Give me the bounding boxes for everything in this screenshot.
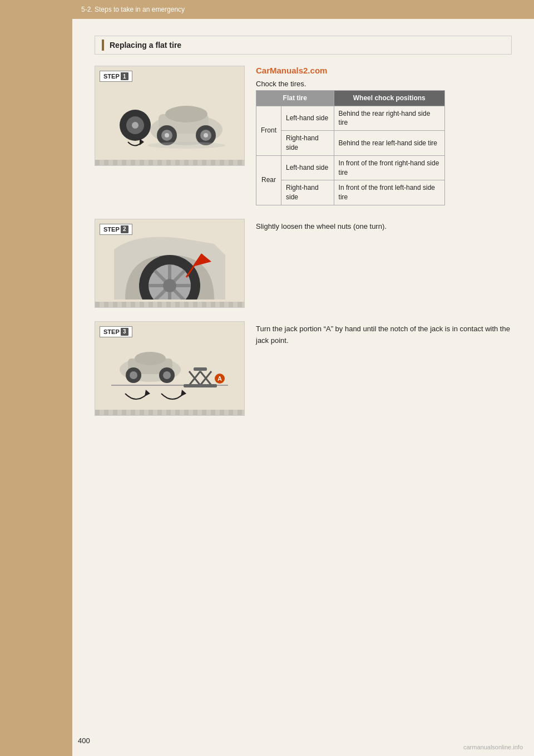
table-header-chock: Wheel chock positions	[334, 90, 444, 106]
svg-rect-35	[184, 384, 217, 387]
header-bar: 5-2. Steps to take in an emergency	[72, 0, 534, 19]
table-cell-front-left-chock: Behind the rear right-hand side tire	[334, 106, 444, 131]
left-sidebar	[0, 0, 72, 756]
step-2-left: STEP 2	[95, 219, 245, 308]
step-1-car-svg	[108, 80, 231, 152]
step-1-num: 1	[121, 72, 128, 80]
step-1-instruction: Chock the tires.	[256, 78, 512, 90]
table-cell-front-right-chock: Behind the rear left-hand side tire	[334, 131, 444, 156]
section-title-text: Replacing a flat tire	[110, 41, 181, 50]
svg-point-11	[132, 122, 139, 129]
steps-container: STEP 1	[95, 66, 512, 416]
table-cell-rear-left-side: Left-hand side	[281, 155, 334, 180]
table-header-flat-tire: Flat tire	[256, 90, 334, 106]
step-2-image-bar	[95, 302, 244, 307]
watermark[interactable]: CarManuals2.com	[256, 66, 512, 75]
table-cell-rear-left-chock: In front of the front right-hand side ti…	[334, 155, 444, 180]
svg-marker-40	[181, 390, 186, 396]
step-3-num: 3	[121, 328, 128, 336]
svg-point-2	[165, 106, 207, 122]
step-3-image: STEP 3	[95, 321, 245, 416]
page-number: 400	[78, 737, 90, 745]
step-1-image-bar	[95, 160, 244, 165]
chock-table: Flat tire Wheel chock positions Front Le…	[256, 90, 445, 205]
step-2-wheel-svg	[114, 227, 225, 300]
svg-point-8	[204, 133, 208, 138]
step-1-row: STEP 1	[95, 66, 512, 205]
step-3-instruction: Turn the jack portion “A” by hand until …	[256, 323, 512, 347]
step-1-right: CarManuals2.com Chock the tires. Flat ti…	[256, 66, 512, 205]
step-3-jack-svg: A	[111, 330, 228, 408]
step-1-left: STEP 1	[95, 66, 245, 166]
svg-point-27	[130, 371, 137, 379]
table-row: Right-hand side Behind the rear left-han…	[256, 131, 445, 156]
svg-text:A: A	[217, 375, 222, 382]
step-1-badge-label: STEP	[103, 73, 120, 80]
step-3-badge: STEP 3	[100, 326, 132, 337]
table-cell-front-right-side: Right-hand side	[281, 131, 334, 156]
svg-point-5	[165, 133, 169, 138]
main-content: 5-2. Steps to take in an emergency Repla…	[72, 0, 534, 756]
step-2-badge: STEP 2	[100, 224, 132, 235]
svg-marker-39	[145, 390, 150, 396]
table-cell-front-left-side: Left-hand side	[281, 106, 334, 131]
table-row: Right-hand side In front of the front le…	[256, 180, 445, 205]
table-cell-rear-right-side: Right-hand side	[281, 180, 334, 205]
step-2-instruction: Slightly loosen the wheel nuts (one turn…	[256, 221, 512, 233]
table-cell-front: Front	[256, 106, 281, 155]
svg-point-20	[163, 279, 176, 292]
footer-url: carmanualsonline.info	[463, 744, 523, 750]
step-1-badge: STEP 1	[100, 71, 132, 82]
breadcrumb: 5-2. Steps to take in an emergency	[81, 6, 185, 13]
step-3-image-bar	[95, 410, 244, 415]
step-1-image: STEP 1	[95, 66, 245, 166]
step-2-right: Slightly loosen the wheel nuts (one turn…	[256, 219, 512, 233]
svg-point-29	[163, 371, 171, 379]
svg-point-25	[135, 352, 166, 365]
step-2-badge-label: STEP	[103, 226, 120, 233]
step-2-num: 2	[121, 225, 128, 233]
svg-marker-12	[140, 139, 144, 145]
table-row: Rear Left-hand side In front of the fron…	[256, 155, 445, 180]
section-title-accent	[102, 40, 104, 51]
table-row: Front Left-hand side Behind the rear rig…	[256, 106, 445, 131]
svg-point-13	[147, 142, 225, 149]
table-cell-rear: Rear	[256, 155, 281, 205]
step-3-badge-label: STEP	[103, 328, 120, 335]
step-3-right: Turn the jack portion “A” by hand until …	[256, 321, 512, 347]
step-2-image: STEP 2	[95, 219, 245, 308]
step-3-left: STEP 3	[95, 321, 245, 416]
table-cell-rear-right-chock: In front of the front left-hand side tir…	[334, 180, 444, 205]
step-3-row: STEP 3	[95, 321, 512, 416]
step-2-row: STEP 2	[95, 219, 512, 308]
svg-rect-36	[194, 367, 207, 371]
section-title-box: Replacing a flat tire	[95, 36, 512, 55]
